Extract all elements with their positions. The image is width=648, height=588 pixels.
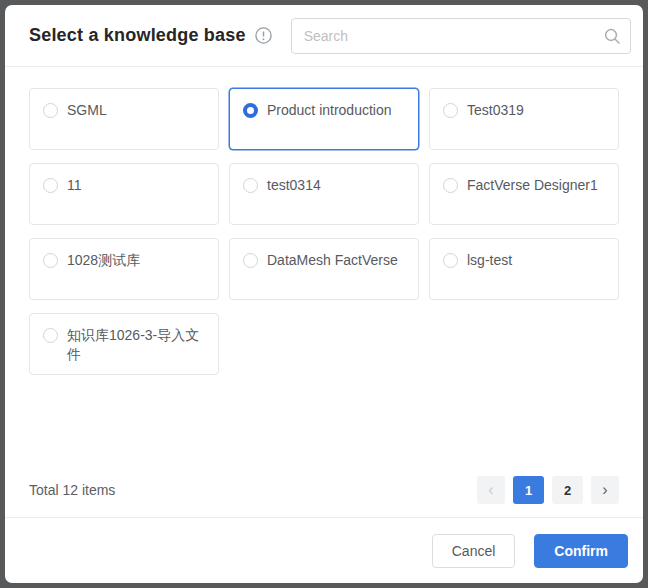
knowledge-base-label: Product introduction [267, 101, 392, 120]
info-circle-icon [255, 27, 272, 44]
radio-icon[interactable] [443, 178, 458, 193]
radio-icon[interactable] [243, 178, 258, 193]
knowledge-base-card[interactable]: FactVerse Designer1 [429, 163, 619, 225]
radio-selected-icon[interactable] [243, 103, 258, 118]
knowledge-base-card[interactable]: 知识库1026-3-导入文件 [29, 313, 219, 375]
next-page-button[interactable]: › [591, 476, 619, 504]
pagination: ‹12› [477, 476, 619, 504]
radio-icon[interactable] [43, 103, 58, 118]
knowledge-base-card[interactable]: lsg-test [429, 238, 619, 300]
radio-icon[interactable] [43, 328, 58, 343]
page-button-2[interactable]: 2 [552, 476, 583, 504]
dialog-footer: Cancel Confirm [5, 517, 643, 583]
knowledge-base-label: Test0319 [467, 101, 524, 120]
knowledge-base-label: 知识库1026-3-导入文件 [67, 326, 205, 364]
radio-icon[interactable] [443, 103, 458, 118]
search-box [291, 18, 631, 54]
knowledge-base-card[interactable]: Test0319 [429, 88, 619, 150]
page-button-1[interactable]: 1 [513, 476, 544, 504]
knowledge-base-card[interactable]: 11 [29, 163, 219, 225]
knowledge-base-card[interactable]: Product introduction [229, 88, 419, 150]
spacer [29, 375, 619, 464]
knowledge-base-card[interactable]: 1028测试库 [29, 238, 219, 300]
dialog-header: Select a knowledge base [5, 5, 643, 67]
knowledge-base-label: 11 [67, 176, 82, 195]
dialog-body: SGMLProduct introductionTest031911test03… [5, 67, 643, 517]
knowledge-base-grid: SGMLProduct introductionTest031911test03… [29, 88, 619, 375]
radio-icon[interactable] [43, 178, 58, 193]
knowledge-base-label: DataMesh FactVerse [267, 251, 398, 270]
knowledge-base-label: SGML [67, 101, 107, 120]
dialog-title: Select a knowledge base [29, 25, 246, 46]
select-knowledge-base-dialog: Select a knowledge base SGMLProduct intr… [5, 5, 643, 583]
total-items-text: Total 12 items [29, 482, 115, 498]
radio-icon[interactable] [43, 253, 58, 268]
radio-icon[interactable] [443, 253, 458, 268]
knowledge-base-card[interactable]: SGML [29, 88, 219, 150]
knowledge-base-label: lsg-test [467, 251, 512, 270]
knowledge-base-card[interactable]: DataMesh FactVerse [229, 238, 419, 300]
search-input[interactable] [291, 18, 631, 54]
knowledge-base-label: test0314 [267, 176, 321, 195]
knowledge-base-label: 1028测试库 [67, 251, 140, 270]
cancel-button[interactable]: Cancel [432, 534, 516, 568]
radio-icon[interactable] [243, 253, 258, 268]
knowledge-base-label: FactVerse Designer1 [467, 176, 598, 195]
knowledge-base-card[interactable]: test0314 [229, 163, 419, 225]
list-footer: Total 12 items ‹12› [29, 476, 619, 504]
confirm-button[interactable]: Confirm [534, 534, 628, 568]
prev-page-button[interactable]: ‹ [477, 476, 505, 504]
